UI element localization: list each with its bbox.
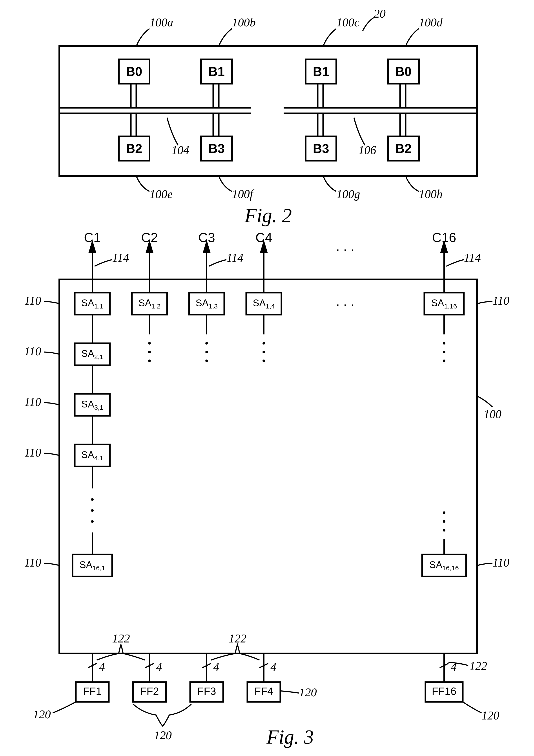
block-b0-tl: B0 xyxy=(119,59,149,84)
block-b0-tr: B0 xyxy=(388,59,419,84)
svg-text:. . .: . . . xyxy=(336,294,354,309)
svg-text:FF1: FF1 xyxy=(83,686,102,697)
svg-text:114: 114 xyxy=(112,251,129,264)
svg-text:B0: B0 xyxy=(126,64,142,79)
svg-text:114: 114 xyxy=(464,251,481,264)
block-b2-bl: B2 xyxy=(119,136,149,161)
svg-text:B0: B0 xyxy=(395,64,412,79)
svg-text:4: 4 xyxy=(99,661,105,674)
svg-text:4: 4 xyxy=(156,661,162,674)
svg-text:122: 122 xyxy=(112,632,130,645)
svg-text:110: 110 xyxy=(24,395,41,409)
sa-1-1: SA1,1 xyxy=(75,293,110,315)
svg-point-108 xyxy=(205,351,208,353)
sa-1-2: SA1,2 xyxy=(132,293,167,315)
svg-text:100a: 100a xyxy=(149,16,173,29)
sa-16-16: SA16,16 xyxy=(422,554,466,577)
block-b1-t: B1 xyxy=(201,59,232,84)
svg-text:100f: 100f xyxy=(232,187,255,201)
svg-text:120: 120 xyxy=(299,686,317,699)
svg-text:110: 110 xyxy=(493,294,509,308)
svg-point-97 xyxy=(91,520,94,523)
svg-text:120: 120 xyxy=(154,729,172,742)
svg-point-104 xyxy=(148,351,151,353)
svg-text:110: 110 xyxy=(24,556,41,569)
col-c4: C4 xyxy=(255,230,272,280)
svg-text:120: 120 xyxy=(33,708,51,721)
sa-3-1: SA3,1 xyxy=(75,394,110,416)
fig3-caption: Fig. 3 xyxy=(267,726,314,748)
sa-1-3: SA1,3 xyxy=(189,293,224,315)
ff16-group: 4 FF16 xyxy=(425,654,463,702)
block-b1-tr: B1 xyxy=(306,59,336,84)
svg-text:122: 122 xyxy=(470,660,487,673)
ff1-group: 4 FF1 xyxy=(76,654,109,702)
figure-3: 100 C1 114 C2 C3 114 C4 . . . C16 114 SA… xyxy=(9,229,525,756)
sa-16-1: SA16,1 xyxy=(72,554,112,577)
sa-4-1: SA4,1 xyxy=(75,445,110,467)
svg-text:FF3: FF3 xyxy=(197,686,216,697)
col-c2: C2 xyxy=(141,230,158,280)
block-b3-b: B3 xyxy=(201,136,232,161)
svg-text:122: 122 xyxy=(229,632,246,645)
ff4-group: 4 FF4 xyxy=(247,654,280,702)
svg-point-103 xyxy=(148,342,151,344)
svg-text:110: 110 xyxy=(24,345,41,358)
fig2-caption: Fig. 2 xyxy=(244,204,292,227)
svg-text:B3: B3 xyxy=(313,141,329,155)
svg-point-112 xyxy=(263,351,265,353)
sa-2-1: SA2,1 xyxy=(75,343,110,365)
svg-text:4: 4 xyxy=(270,661,276,674)
svg-point-116 xyxy=(443,351,445,353)
svg-text:C1: C1 xyxy=(84,230,101,245)
svg-text:114: 114 xyxy=(226,251,243,264)
svg-text:100g: 100g xyxy=(336,187,360,201)
svg-point-109 xyxy=(205,360,208,362)
svg-text:FF4: FF4 xyxy=(254,686,273,697)
svg-text:B3: B3 xyxy=(208,141,225,155)
svg-point-107 xyxy=(205,342,208,344)
svg-text:100c: 100c xyxy=(336,16,359,29)
svg-point-120 xyxy=(443,529,445,531)
svg-point-115 xyxy=(443,342,445,344)
ff2-group: 4 FF2 xyxy=(133,654,166,702)
svg-point-113 xyxy=(263,360,265,362)
svg-text:110: 110 xyxy=(493,556,509,569)
svg-point-111 xyxy=(263,342,265,344)
svg-text:100h: 100h xyxy=(419,187,443,201)
svg-point-117 xyxy=(443,360,445,362)
svg-text:100d: 100d xyxy=(419,16,443,29)
block-b2-br: B2 xyxy=(388,136,419,161)
svg-text:120: 120 xyxy=(481,709,499,722)
sa-1-16: SA1,16 xyxy=(424,293,464,315)
svg-point-105 xyxy=(148,360,151,362)
svg-point-118 xyxy=(443,511,445,514)
svg-text:B2: B2 xyxy=(126,141,142,155)
svg-text:C3: C3 xyxy=(198,230,215,245)
svg-text:B2: B2 xyxy=(395,141,412,155)
svg-text:100: 100 xyxy=(484,408,501,421)
col-c16: C16 114 xyxy=(432,230,481,280)
svg-text:B1: B1 xyxy=(208,64,225,79)
sa-1-4: SA1,4 xyxy=(246,293,281,315)
svg-text:100e: 100e xyxy=(149,187,173,201)
svg-text:C2: C2 xyxy=(141,230,158,245)
block-b3-br: B3 xyxy=(306,136,336,161)
svg-text:C4: C4 xyxy=(255,230,272,245)
ref-20: 20 xyxy=(374,9,386,20)
ff3-group: 4 FF3 xyxy=(190,654,223,702)
svg-rect-48 xyxy=(59,280,477,654)
svg-text:C16: C16 xyxy=(432,230,456,245)
svg-point-96 xyxy=(91,509,94,512)
svg-text:B1: B1 xyxy=(313,64,329,79)
col-c1: C1 114 xyxy=(84,230,129,280)
col-c3: C3 114 xyxy=(198,230,243,280)
svg-text:104: 104 xyxy=(171,144,189,157)
svg-text:. . .: . . . xyxy=(336,239,354,254)
svg-text:110: 110 xyxy=(24,446,41,459)
svg-text:106: 106 xyxy=(358,144,376,157)
figure-2: 20 B0 100a B1 100b B1 100c xyxy=(9,9,525,229)
svg-text:FF16: FF16 xyxy=(432,686,456,697)
svg-text:100b: 100b xyxy=(232,16,256,29)
svg-point-119 xyxy=(443,520,445,523)
